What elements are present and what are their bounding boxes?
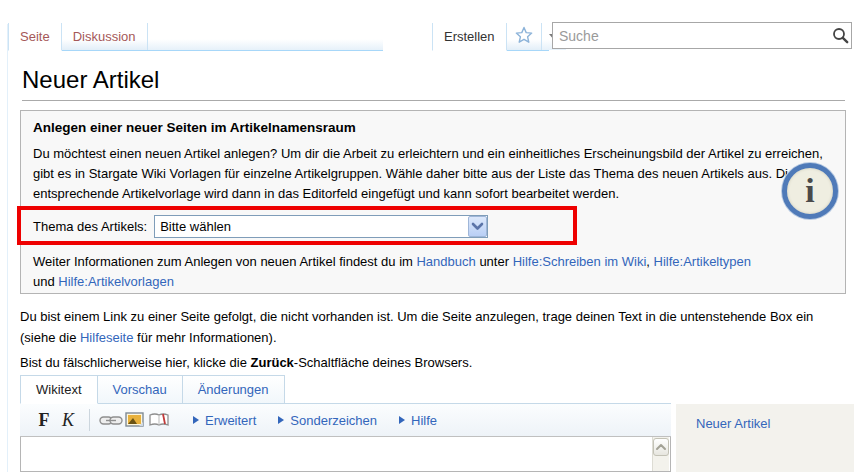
topic-select-label: Thema des Artikels: (33, 219, 147, 234)
section-sonderzeichen-label: Sonderzeichen (290, 413, 377, 428)
search-box (552, 22, 852, 49)
more-info-und: und (33, 274, 58, 289)
wiki-page: Seite Diskussion Erstellen Neuer Artikel (0, 0, 854, 472)
link-hilfeseite[interactable]: Hilfeseite (80, 330, 133, 345)
expand-arrow-icon (278, 416, 284, 424)
editor-tabs-filler (284, 375, 671, 404)
chevron-down-icon[interactable] (468, 216, 487, 237)
more-info-text: Weiter Informationen zum Anlegen von neu… (33, 252, 773, 292)
section-erweitert-label: Erweitert (205, 413, 256, 428)
tab-wikitext[interactable]: Wikitext (20, 375, 98, 404)
bold-button[interactable]: F (32, 408, 56, 432)
link-hilfe-artikelvorlagen[interactable]: Hilfe:Artikelvorlagen (58, 274, 174, 289)
article-template-infobox: Anlegen einer neuer Seiten im Artikelnam… (20, 110, 846, 294)
content-left-border (7, 24, 8, 472)
page-tabs: Seite Diskussion (8, 23, 383, 51)
tab-diskussion[interactable]: Diskussion (62, 23, 148, 50)
reference-book-icon[interactable] (147, 408, 171, 432)
star-icon (515, 26, 533, 47)
infobox-body-text: Du möchtest einen neuen Artikel anlegen?… (33, 144, 825, 204)
tab-seite[interactable]: Seite (8, 23, 62, 51)
embedded-image-icon[interactable] (123, 408, 147, 432)
more-info-mid: unter (476, 254, 513, 269)
editor-sidebar-panel: Neuer Artikel (676, 404, 854, 472)
search-input[interactable] (553, 23, 829, 48)
tab-aenderungen[interactable]: Änderungen (182, 375, 285, 404)
section-hilfe[interactable]: Hilfe (399, 413, 437, 428)
intro-p1-tail: für mehr Informationen). (133, 330, 276, 345)
section-erweitert[interactable]: Erweitert (193, 413, 256, 428)
info-icon: i (782, 163, 838, 219)
editor-scrollbar[interactable] (652, 437, 669, 471)
scroll-up-icon[interactable] (653, 438, 669, 456)
link-hilfe-schreiben[interactable]: Hilfe:Schreiben im Wiki (513, 254, 647, 269)
search-icon[interactable] (829, 27, 851, 44)
intro-paragraph-1: Du bist einem Link zu einer Seite gefolg… (20, 306, 835, 348)
link-handbuch[interactable]: Handbuch (416, 254, 475, 269)
sidebar-panel-title[interactable]: Neuer Artikel (676, 404, 854, 431)
action-tabs: Erstellen (432, 23, 549, 51)
topic-select-row: Thema des Artikels: Bitte wählen (33, 213, 833, 239)
page-title: Neuer Artikel (22, 66, 159, 94)
section-hilfe-label: Hilfe (411, 413, 437, 428)
italic-button[interactable]: K (56, 408, 80, 432)
intro-p2-tail: -Schaltfläche deines Browsers. (294, 355, 472, 370)
topic-select-value: Bitte wählen (155, 219, 468, 234)
toolbar-separator (89, 409, 90, 431)
zurueck-bold: Zurück (251, 355, 294, 370)
more-info-prefix: Weiter Informationen zum Anlegen von neu… (33, 254, 416, 269)
topic-select-dropdown[interactable]: Bitte wählen (154, 215, 488, 238)
more-info-comma: , (646, 254, 653, 269)
expand-arrow-icon (193, 416, 199, 424)
editor-tabs: Wikitext Vorschau Änderungen (20, 375, 671, 404)
editor-toolbar: F K Erweite (20, 404, 671, 437)
title-divider (22, 100, 845, 101)
watch-star-button[interactable] (507, 23, 542, 50)
expand-arrow-icon (399, 416, 405, 424)
infobox-heading: Anlegen einer neuer Seiten im Artikelnam… (33, 120, 833, 135)
wikitext-editor-textarea[interactable] (20, 437, 671, 472)
tab-vorschau[interactable]: Vorschau (97, 375, 183, 404)
tab-erstellen[interactable]: Erstellen (432, 23, 507, 51)
intro-paragraph-2: Bist du fälschlicherweise hier, klicke d… (20, 352, 835, 373)
section-sonderzeichen[interactable]: Sonderzeichen (278, 413, 377, 428)
link-icon[interactable] (99, 408, 123, 432)
intro-p2-text: Bist du fälschlicherweise hier, klicke d… (20, 355, 251, 370)
link-hilfe-artikeltypen[interactable]: Hilfe:Artikeltypen (654, 254, 752, 269)
